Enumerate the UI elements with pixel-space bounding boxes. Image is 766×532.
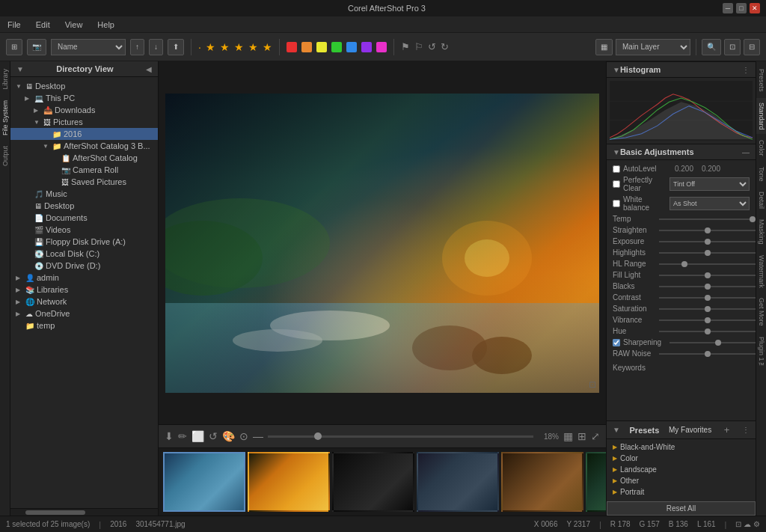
expand-icon[interactable]: ⤢ [591,430,600,442]
tree-item-16[interactable]: ▶ 👤 admin [10,272,158,284]
menu-help[interactable]: Help [94,19,117,31]
preset-color[interactable]: ▶ Color [607,453,756,464]
sort-asc-button[interactable]: ↑ [130,39,144,55]
reject-icon[interactable]: ⚐ [414,41,423,52]
whitebalance-dropdown[interactable]: As Shot [670,197,750,210]
eyedrop-icon[interactable]: 🎨 [222,430,235,442]
toolbar-grid-icon[interactable]: ⊞ [6,39,22,55]
filmstrip-thumb-5[interactable] [501,452,583,512]
crop-icon[interactable]: ⬜ [192,430,204,442]
layer-dropdown[interactable]: Main Layer [616,39,690,55]
adj-options[interactable]: — [742,148,750,156]
tab-detail[interactable]: Detail [756,187,767,213]
edit-icon[interactable]: ✏ [178,430,187,442]
fit-icon[interactable]: ⊞ [577,430,586,442]
search-button[interactable]: 🔍 [702,39,721,55]
perfectlyclear-dropdown[interactable]: Tint Off [670,177,750,191]
tree-item-3[interactable]: ▼ 🖼 Pictures [10,116,158,128]
tab-library[interactable]: Library [0,64,10,94]
image-viewer[interactable]: ⊡ [159,61,606,424]
tree-item-1[interactable]: ▶ 💻 This PC [10,92,158,104]
dir-horizontal-scrollbar[interactable] [10,508,158,516]
tab-filesystem[interactable]: File System [0,96,10,140]
undo-icon[interactable]: ↺ [428,41,436,52]
exposure-slider[interactable] [659,241,756,242]
tree-item-13[interactable]: 💾 Floppy Disk Drive (A:) [10,236,158,248]
tree-item-20[interactable]: 📁 temp [10,319,158,331]
tab-tone[interactable]: Tone [756,162,767,186]
tree-item-4[interactable]: 📁 2016 [10,128,158,140]
tree-item-15[interactable]: 💿 DVD Drive (D:) [10,260,158,272]
star-1[interactable]: ★ [206,41,215,53]
close-button[interactable]: ✕ [750,3,760,13]
filmstrip-thumb-4[interactable] [417,452,499,512]
color-orange[interactable] [301,42,312,52]
view-compare[interactable]: ⊟ [744,39,760,55]
histogram-collapse[interactable]: ▼ [613,66,620,74]
view-single[interactable]: ⊡ [724,39,741,55]
tab-color[interactable]: Color [756,135,767,161]
saturation-slider[interactable] [659,308,756,310]
color-red[interactable] [287,42,297,52]
color-yellow[interactable] [316,42,327,52]
line-icon[interactable]: — [253,430,263,442]
presets-add[interactable]: + [724,424,730,435]
adj-collapse[interactable]: ▼ [613,148,620,156]
tab-output[interactable]: Output [0,141,10,171]
vibrance-slider[interactable] [659,319,756,321]
autolevel-check[interactable] [613,165,620,173]
tree-item-12[interactable]: 🎬 Videos [10,224,158,236]
tree-item-14[interactable]: 💽 Local Disk (C:) [10,248,158,260]
tab-presets[interactable]: Presets [756,64,767,97]
preset-landscape[interactable]: ▶ Landscape [607,464,756,475]
menu-edit[interactable]: Edit [33,19,53,31]
redo-icon[interactable]: ↻ [441,41,449,52]
tree-item-9[interactable]: 🎵 Music [10,188,158,200]
dir-pin-icon[interactable]: ◀ [146,65,152,73]
flag-icon[interactable]: ⚑ [401,41,410,52]
sort-dropdown[interactable]: Name [51,39,126,55]
whitebalance-check[interactable] [613,200,620,207]
tab-plugin1[interactable]: Plugin 1™ [756,332,767,373]
sharpening-check[interactable] [613,339,620,346]
hlrange-slider[interactable] [659,263,756,265]
download-icon[interactable]: ⬇ [165,430,174,442]
toolbar-photo-icon[interactable]: 📷 [27,39,46,55]
color-blue[interactable] [346,42,357,52]
tree-item-8[interactable]: 🖼 Saved Pictures [10,176,158,188]
filmstrip-thumb-3[interactable] [332,452,414,512]
perfectlyclear-check[interactable] [613,180,620,188]
star-2[interactable]: ★ [220,41,230,53]
menu-view[interactable]: View [62,19,86,31]
sharpening-slider[interactable] [670,342,756,343]
export-button[interactable]: ⬆ [168,39,184,55]
menu-file[interactable]: File [4,19,24,31]
maximize-button[interactable]: □ [736,3,747,13]
layers-icon[interactable]: ▦ [595,39,613,55]
tree-item-6[interactable]: 📋 AfterShot Catalog [10,152,158,164]
color-green[interactable] [331,42,342,52]
tree-item-7[interactable]: 📷 Camera Roll [10,164,158,176]
color-pink[interactable] [376,42,387,52]
rawnoise-slider[interactable] [659,353,756,355]
histogram-options[interactable]: ⋮ [742,66,750,74]
blacks-slider[interactable] [659,286,756,287]
preset-other[interactable]: ▶ Other [607,475,756,486]
tab-standard[interactable]: Standard [756,98,767,135]
highlights-slider[interactable] [659,252,756,254]
tab-getmore[interactable]: Get More [756,293,767,331]
tree-item-2[interactable]: ▶ 📥 Downloads [10,104,158,116]
tree-item-10[interactable]: 🖥 Desktop [10,200,158,212]
preset-bw[interactable]: ▶ Black-and-White [607,441,756,453]
presets-options[interactable]: ⋮ [742,426,750,434]
tree-item-5[interactable]: ▼ 📁 AfterShot Catalog 3 B... [10,140,158,152]
star-4[interactable]: ★ [248,41,258,53]
grid-view-icon[interactable]: ▦ [563,430,573,442]
filmstrip-thumb-6[interactable] [586,452,606,512]
contrast-slider[interactable] [659,297,756,299]
color-purple[interactable] [361,42,372,52]
straighten-slider[interactable] [659,230,756,231]
filmstrip-thumb-2[interactable] [248,452,330,512]
tree-item-0[interactable]: ▼ 🖥 Desktop [10,80,158,92]
tree-item-11[interactable]: 📄 Documents [10,212,158,224]
